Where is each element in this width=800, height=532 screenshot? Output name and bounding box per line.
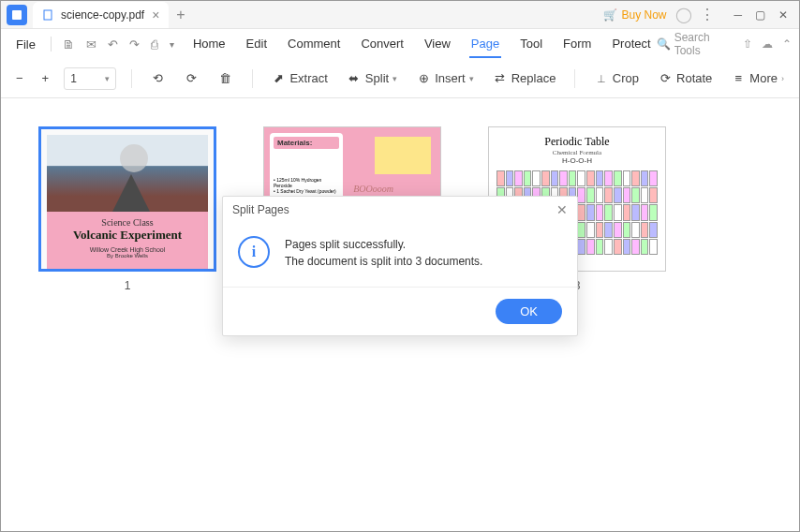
- page-number-input[interactable]: 1 ▾: [64, 67, 116, 90]
- search-tools[interactable]: 🔍 Search Tools: [657, 31, 733, 57]
- menu-home[interactable]: Home: [191, 31, 228, 58]
- close-window-button[interactable]: ✕: [778, 8, 788, 22]
- tab-close-icon[interactable]: ×: [152, 7, 159, 22]
- menu-form[interactable]: Form: [561, 31, 593, 58]
- svg-rect-0: [12, 10, 22, 20]
- zoom-out-button[interactable]: −: [12, 67, 27, 89]
- mail-icon[interactable]: ✉: [82, 34, 100, 55]
- svg-rect-1: [44, 10, 52, 20]
- menu-page[interactable]: Page: [469, 31, 501, 58]
- menu-convert[interactable]: Convert: [359, 31, 406, 58]
- insert-button[interactable]: ⊕Insert▾: [412, 67, 478, 90]
- split-button[interactable]: ⬌Split▾: [343, 67, 401, 90]
- menu-comment[interactable]: Comment: [286, 31, 342, 58]
- crop-button[interactable]: ⟂Crop: [590, 67, 643, 90]
- file-menu[interactable]: File: [8, 34, 43, 55]
- cart-icon: 🛒: [603, 8, 617, 22]
- undo-icon[interactable]: ↶: [104, 34, 122, 55]
- minimize-button[interactable]: ─: [733, 8, 742, 22]
- title-bar: science-copy.pdf × + 🛒 Buy Now ◯ ⋮ ─ ▢ ✕: [1, 1, 799, 29]
- dialog-message-2: The document is split into 3 documents.: [285, 253, 482, 270]
- chevron-down-icon[interactable]: ▾: [166, 36, 178, 53]
- dialog-title: Split Pages: [232, 203, 289, 216]
- user-icon[interactable]: ◯: [675, 6, 692, 23]
- pdf-icon: [42, 9, 53, 21]
- dialog-message-1: Pages split successfully.: [285, 236, 482, 253]
- rotate-left-icon[interactable]: ⟲: [147, 67, 170, 90]
- page-toolbar: − + 1 ▾ ⟲ ⟳ 🗑 ⬈Extract ⬌Split▾ ⊕Insert▾ …: [1, 59, 799, 98]
- page-number-label: 1: [125, 279, 131, 292]
- new-tab-button[interactable]: +: [176, 7, 185, 23]
- save-icon[interactable]: 🗎: [59, 34, 79, 55]
- menu-protect[interactable]: Protect: [610, 31, 652, 58]
- document-tab[interactable]: science-copy.pdf ×: [33, 2, 169, 28]
- app-icon: [7, 5, 27, 25]
- dialog-close-icon[interactable]: ✕: [556, 202, 568, 217]
- extract-button[interactable]: ⬈Extract: [267, 67, 331, 90]
- cloud-icon[interactable]: ☁: [762, 37, 773, 51]
- kebab-icon[interactable]: ⋮: [700, 6, 715, 23]
- tab-filename: science-copy.pdf: [61, 8, 144, 22]
- info-icon: i: [238, 236, 270, 268]
- menu-bar: File 🗎 ✉ ↶ ↷ ⎙ ▾ HomeEditCommentConvertV…: [1, 29, 799, 59]
- split-pages-dialog: Split Pages ✕ i Pages split successfully…: [222, 196, 578, 336]
- more-button[interactable]: ≡More›: [727, 67, 788, 90]
- menu-view[interactable]: View: [422, 31, 452, 58]
- redo-icon[interactable]: ↷: [126, 34, 143, 55]
- share-icon[interactable]: ⇧: [743, 37, 752, 51]
- search-icon: 🔍: [657, 37, 671, 51]
- buy-now-link[interactable]: 🛒 Buy Now: [603, 8, 666, 22]
- replace-button[interactable]: ⇄Replace: [489, 67, 560, 90]
- zoom-in-button[interactable]: +: [38, 67, 53, 89]
- maximize-button[interactable]: ▢: [755, 8, 765, 22]
- ok-button[interactable]: OK: [496, 299, 562, 324]
- collapse-icon[interactable]: ⌃: [782, 37, 792, 51]
- delete-page-icon[interactable]: 🗑: [215, 67, 237, 90]
- print-icon[interactable]: ⎙: [147, 34, 162, 55]
- rotate-right-icon[interactable]: ⟳: [181, 67, 203, 90]
- rotate-button[interactable]: ⟳Rotate: [654, 67, 716, 90]
- menu-tool[interactable]: Tool: [518, 31, 544, 58]
- menu-edit[interactable]: Edit: [244, 31, 269, 58]
- dropdown-caret-icon: ▾: [105, 74, 110, 83]
- page-thumbnail-1[interactable]: Science Class Volcanic Experiment Willow…: [38, 126, 216, 292]
